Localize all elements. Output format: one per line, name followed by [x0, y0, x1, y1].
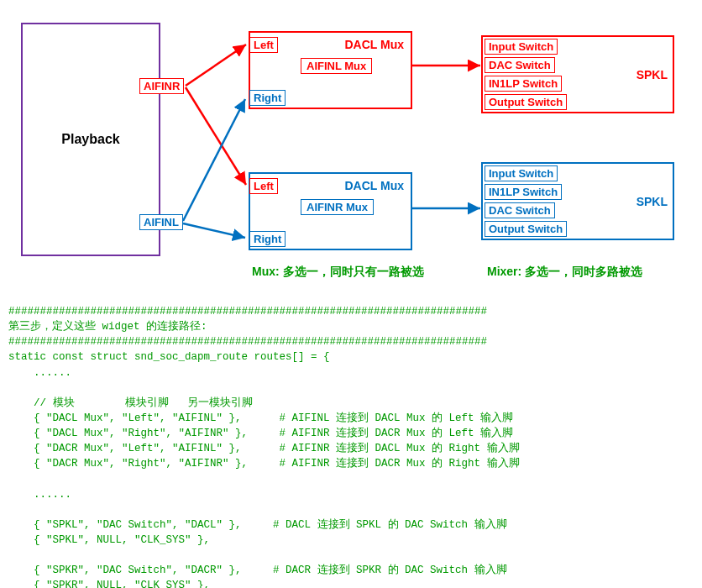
code-line: ...... [8, 489, 71, 501]
code-line: static const struct snd_soc_dapm_route r… [8, 351, 330, 363]
mux-top-sub: AIFINL Mux [301, 58, 372, 74]
playback-label: Playback [61, 132, 119, 147]
svg-line-3 [183, 223, 245, 238]
code-line: { "SPKL", "DAC Switch", "DACL" }, # DACL… [8, 519, 507, 531]
svg-line-0 [186, 45, 246, 86]
svg-line-1 [186, 87, 246, 185]
svg-line-2 [183, 99, 245, 221]
mixer-bot: SPKL Input Switch IN1LP Switch DAC Switc… [481, 162, 674, 240]
caption-mixer: Mixer: 多选一，同时多路被选 [487, 265, 642, 280]
code-block: ########################################… [8, 304, 520, 588]
mux-top: DACL Mux Left AIFINL Mux Right [249, 31, 412, 109]
mixer-top: SPKL Input Switch DAC Switch IN1LP Switc… [481, 35, 674, 113]
mux-top-title: DACL Mux [344, 38, 404, 51]
mixer-bot-row2: DAC Switch [485, 202, 555, 218]
mixer-top-row3: Output Switch [485, 94, 567, 110]
mux-bot-left: Left [249, 178, 278, 194]
code-line: { "SPKR", "DAC Switch", "DACR" }, # DACR… [8, 564, 507, 576]
code-line: { "DACR Mux", "Left", "AIFINL" }, # AIFI… [8, 443, 520, 454]
code-line: ...... [8, 367, 71, 379]
code-line: ########################################… [8, 306, 487, 318]
code-line: { "DACR Mux", "Right", "AIFINR" }, # AIF… [8, 458, 520, 470]
code-line: { "SPKR", NULL, "CLK_SYS" }, [8, 580, 210, 588]
mux-bot-sub: AIFINR Mux [301, 199, 374, 215]
code-line: { "DACL Mux", "Left", "AIFINL" }, # AIFI… [8, 412, 513, 424]
mixer-bot-row1: IN1LP Switch [485, 184, 562, 200]
code-line: ########################################… [8, 336, 487, 348]
mixer-bot-title: SPKL [637, 195, 668, 208]
mux-bot-right: Right [249, 231, 286, 247]
code-line: { "DACL Mux", "Right", "AIFINR" }, # AIF… [8, 428, 513, 439]
caption-mux: Mux: 多选一，同时只有一路被选 [252, 265, 424, 280]
pin-aifinl: AIFINL [139, 214, 183, 230]
mux-bot-title: DACL Mux [344, 179, 404, 192]
pin-aifinr: AIFINR [139, 78, 184, 94]
code-line: 第三步，定义这些 widget 的连接路径: [8, 321, 207, 333]
mux-top-left: Left [249, 37, 278, 53]
mixer-top-row1: DAC Switch [485, 57, 555, 73]
code-line: { "SPKL", NULL, "CLK_SYS" }, [8, 534, 210, 546]
mixer-bot-row0: Input Switch [485, 165, 558, 181]
mixer-top-row0: Input Switch [485, 39, 558, 55]
mixer-bot-row3: Output Switch [485, 221, 567, 237]
code-line: // 模块 模块引脚 另一模块引脚 [8, 397, 253, 409]
mux-bot: DACL Mux Left AIFINR Mux Right [249, 172, 412, 250]
mux-top-right: Right [249, 90, 286, 106]
mixer-top-title: SPKL [637, 68, 668, 81]
diagram-canvas: Playback AIFINR AIFINL DACL Mux Left AIF… [0, 0, 702, 588]
mixer-top-row2: IN1LP Switch [485, 76, 562, 92]
